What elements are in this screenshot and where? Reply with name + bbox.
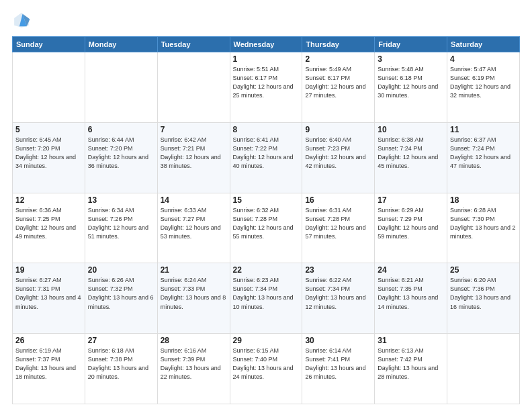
day-number: 23 xyxy=(305,265,371,275)
daylight-text: Daylight: 13 hours and 18 minutes. xyxy=(15,365,76,380)
day-number: 22 xyxy=(233,265,300,275)
sunrise-text: Sunrise: 6:31 AM xyxy=(305,207,351,214)
sunrise-text: Sunrise: 6:24 AM xyxy=(161,277,207,283)
day-info: Sunrise: 6:37 AM Sunset: 7:24 PM Dayligh… xyxy=(450,136,517,171)
daylight-text: Daylight: 13 hours and 22 minutes. xyxy=(161,365,221,380)
daylight-text: Daylight: 13 hours and 20 minutes. xyxy=(88,365,148,380)
sunrise-text: Sunrise: 6:34 AM xyxy=(88,207,134,214)
calendar-cell: 15 Sunrise: 6:32 AM Sunset: 7:28 PM Dayl… xyxy=(230,193,302,263)
day-info: Sunrise: 6:15 AM Sunset: 7:40 PM Dayligh… xyxy=(233,347,300,381)
daylight-text: Daylight: 12 hours and 36 minutes. xyxy=(88,154,148,169)
logo xyxy=(12,11,34,30)
sunset-text: Sunset: 6:19 PM xyxy=(450,75,495,81)
day-info: Sunrise: 6:21 AM Sunset: 7:35 PM Dayligh… xyxy=(378,276,444,311)
daylight-text: Daylight: 13 hours and 10 minutes. xyxy=(233,294,294,310)
calendar-cell xyxy=(85,52,157,123)
day-number: 12 xyxy=(15,195,82,205)
calendar-week-row: 1 Sunrise: 5:51 AM Sunset: 6:17 PM Dayli… xyxy=(13,52,520,123)
calendar-header-row: SundayMondayTuesdayWednesdayThursdayFrid… xyxy=(13,37,520,52)
day-number: 25 xyxy=(450,265,517,275)
sunrise-text: Sunrise: 6:18 AM xyxy=(88,347,134,354)
day-info: Sunrise: 6:27 AM Sunset: 7:31 PM Dayligh… xyxy=(15,276,82,311)
daylight-text: Daylight: 13 hours and 16 minutes. xyxy=(450,294,511,310)
calendar-week-row: 5 Sunrise: 6:45 AM Sunset: 7:20 PM Dayli… xyxy=(13,122,520,193)
day-number: 26 xyxy=(15,336,82,345)
sunset-text: Sunset: 6:17 PM xyxy=(233,75,278,81)
calendar-cell: 13 Sunrise: 6:34 AM Sunset: 7:26 PM Dayl… xyxy=(85,193,157,263)
calendar-cell: 9 Sunrise: 6:40 AM Sunset: 7:23 PM Dayli… xyxy=(302,122,375,193)
calendar-week-row: 19 Sunrise: 6:27 AM Sunset: 7:31 PM Dayl… xyxy=(13,263,520,334)
sunrise-text: Sunrise: 6:20 AM xyxy=(450,277,496,283)
sunrise-text: Sunrise: 5:47 AM xyxy=(450,66,496,73)
calendar-cell: 21 Sunrise: 6:24 AM Sunset: 7:33 PM Dayl… xyxy=(157,263,230,334)
sunrise-text: Sunrise: 5:49 AM xyxy=(305,66,351,73)
sunrise-text: Sunrise: 6:13 AM xyxy=(378,347,424,354)
calendar-cell: 16 Sunrise: 6:31 AM Sunset: 7:28 PM Dayl… xyxy=(302,193,375,263)
sunrise-text: Sunrise: 6:36 AM xyxy=(15,207,62,214)
calendar-day-header: Wednesday xyxy=(230,37,302,52)
day-number: 29 xyxy=(233,336,300,345)
calendar-cell: 5 Sunrise: 6:45 AM Sunset: 7:20 PM Dayli… xyxy=(13,122,85,193)
daylight-text: Daylight: 12 hours and 57 minutes. xyxy=(305,224,365,240)
sunrise-text: Sunrise: 6:40 AM xyxy=(305,136,351,143)
sunrise-text: Sunrise: 6:23 AM xyxy=(233,277,279,283)
page: SundayMondayTuesdayWednesdayThursdayFrid… xyxy=(0,0,532,411)
daylight-text: Daylight: 13 hours and 8 minutes. xyxy=(161,294,226,310)
sunrise-text: Sunrise: 6:38 AM xyxy=(378,136,424,143)
sunrise-text: Sunrise: 6:29 AM xyxy=(378,207,424,214)
calendar-cell: 30 Sunrise: 6:14 AM Sunset: 7:41 PM Dayl… xyxy=(302,334,375,404)
day-info: Sunrise: 5:48 AM Sunset: 6:18 PM Dayligh… xyxy=(378,65,444,100)
sunset-text: Sunset: 7:28 PM xyxy=(305,216,350,222)
sunrise-text: Sunrise: 6:22 AM xyxy=(305,277,351,283)
day-info: Sunrise: 6:23 AM Sunset: 7:34 PM Dayligh… xyxy=(233,276,300,311)
sunrise-text: Sunrise: 6:32 AM xyxy=(233,207,279,214)
day-number: 20 xyxy=(88,265,154,275)
sunset-text: Sunset: 7:22 PM xyxy=(233,145,278,152)
day-number: 10 xyxy=(378,125,444,134)
sunset-text: Sunset: 7:41 PM xyxy=(305,356,350,363)
sunset-text: Sunset: 7:20 PM xyxy=(88,145,133,152)
day-info: Sunrise: 6:34 AM Sunset: 7:26 PM Dayligh… xyxy=(88,206,154,241)
sunset-text: Sunset: 7:40 PM xyxy=(233,356,278,363)
sunrise-text: Sunrise: 5:48 AM xyxy=(378,66,424,73)
day-info: Sunrise: 6:20 AM Sunset: 7:36 PM Dayligh… xyxy=(450,276,517,311)
calendar-day-header: Monday xyxy=(85,37,157,52)
sunrise-text: Sunrise: 6:26 AM xyxy=(88,277,134,283)
sunset-text: Sunset: 7:37 PM xyxy=(15,356,60,363)
day-info: Sunrise: 6:29 AM Sunset: 7:29 PM Dayligh… xyxy=(378,206,444,241)
day-info: Sunrise: 6:33 AM Sunset: 7:27 PM Dayligh… xyxy=(161,206,227,241)
daylight-text: Daylight: 12 hours and 59 minutes. xyxy=(378,224,438,240)
calendar-cell: 1 Sunrise: 5:51 AM Sunset: 6:17 PM Dayli… xyxy=(230,52,302,123)
sunset-text: Sunset: 7:23 PM xyxy=(305,145,350,152)
calendar-day-header: Thursday xyxy=(302,37,375,52)
daylight-text: Daylight: 12 hours and 51 minutes. xyxy=(88,224,148,240)
day-number: 15 xyxy=(233,195,300,205)
day-number: 24 xyxy=(378,265,444,275)
day-number: 13 xyxy=(88,195,154,205)
calendar-cell: 31 Sunrise: 6:13 AM Sunset: 7:42 PM Dayl… xyxy=(375,334,447,404)
day-info: Sunrise: 6:31 AM Sunset: 7:28 PM Dayligh… xyxy=(305,206,371,241)
calendar-cell xyxy=(157,52,230,123)
daylight-text: Daylight: 12 hours and 25 minutes. xyxy=(233,83,294,99)
calendar-cell: 14 Sunrise: 6:33 AM Sunset: 7:27 PM Dayl… xyxy=(157,193,230,263)
calendar-cell: 24 Sunrise: 6:21 AM Sunset: 7:35 PM Dayl… xyxy=(375,263,447,334)
sunrise-text: Sunrise: 6:14 AM xyxy=(305,347,351,354)
sunset-text: Sunset: 7:26 PM xyxy=(88,216,133,222)
calendar-cell: 8 Sunrise: 6:41 AM Sunset: 7:22 PM Dayli… xyxy=(230,122,302,193)
logo-icon xyxy=(12,11,31,30)
daylight-text: Daylight: 13 hours and 24 minutes. xyxy=(233,365,294,380)
daylight-text: Daylight: 12 hours and 55 minutes. xyxy=(233,224,294,240)
day-info: Sunrise: 6:40 AM Sunset: 7:23 PM Dayligh… xyxy=(305,136,371,171)
sunset-text: Sunset: 7:38 PM xyxy=(88,356,133,363)
calendar-cell: 20 Sunrise: 6:26 AM Sunset: 7:32 PM Dayl… xyxy=(85,263,157,334)
sunset-text: Sunset: 6:18 PM xyxy=(378,75,423,81)
sunrise-text: Sunrise: 6:28 AM xyxy=(450,207,496,214)
day-number: 3 xyxy=(378,54,444,64)
day-number: 9 xyxy=(305,125,371,134)
sunrise-text: Sunrise: 6:19 AM xyxy=(15,347,62,354)
calendar-cell: 18 Sunrise: 6:28 AM Sunset: 7:30 PM Dayl… xyxy=(447,193,520,263)
day-info: Sunrise: 6:26 AM Sunset: 7:32 PM Dayligh… xyxy=(88,276,154,311)
sunset-text: Sunset: 7:35 PM xyxy=(378,285,423,292)
calendar-week-row: 26 Sunrise: 6:19 AM Sunset: 7:37 PM Dayl… xyxy=(13,334,520,404)
sunrise-text: Sunrise: 6:44 AM xyxy=(88,136,134,143)
